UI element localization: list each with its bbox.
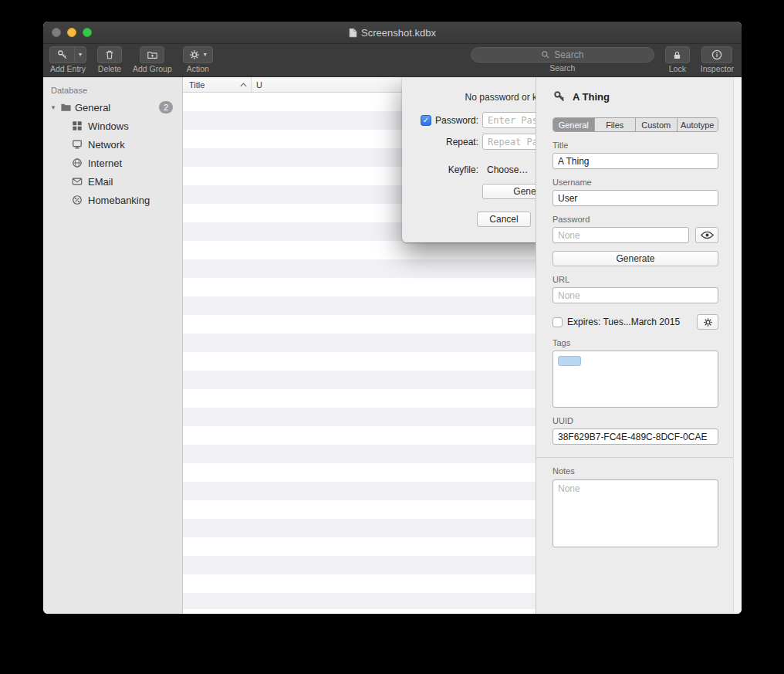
sheet-actions: Cancel Change Password — [402, 212, 536, 227]
uuid-field[interactable] — [553, 428, 718, 445]
action-button[interactable]: ▾ — [183, 46, 213, 63]
keyfile-popup-value: Choose… — [487, 164, 528, 175]
username-field[interactable] — [553, 190, 718, 206]
repeat-label: Repeat: — [446, 137, 478, 147]
sheet-message: No password or keyfile supplied! — [402, 77, 536, 103]
sidebar-item-label: EMail — [88, 176, 113, 188]
add-entry-button[interactable] — [49, 46, 74, 63]
keyfile-row: Keyfile: Choose… — [402, 161, 536, 178]
sidebar-item-label: Internet — [88, 157, 122, 169]
gear-icon — [189, 49, 200, 60]
password-label: Password — [553, 215, 718, 224]
keyfile-popup[interactable]: Choose… — [482, 161, 536, 178]
expires-label: Expires: Tues...March 2015 — [567, 317, 680, 327]
key-icon — [553, 90, 566, 103]
url-field[interactable] — [553, 287, 718, 303]
sidebar: Database ▾ General 2 Windows Network — [43, 77, 183, 614]
chevron-down-icon: ▾ — [79, 52, 82, 58]
windows-icon — [71, 120, 83, 132]
expires-row: Expires: Tues...March 2015 — [553, 314, 718, 330]
tag-chip[interactable] — [558, 356, 581, 366]
toolbar-add-group: Add Group — [133, 46, 172, 73]
change-password-sheet: No password or keyfile supplied! ✓ Passw… — [402, 77, 536, 242]
toolbar-delete: Delete — [97, 46, 122, 73]
sidebar-item-network[interactable]: Network — [43, 135, 182, 154]
password-label: Password: — [435, 115, 478, 126]
notes-label: Notes — [553, 466, 718, 476]
key-icon — [57, 49, 68, 60]
sort-ascending-icon — [240, 83, 247, 87]
eye-icon — [701, 231, 714, 239]
disclosure-triangle-icon[interactable]: ▾ — [49, 103, 57, 111]
password-field[interactable] — [553, 227, 689, 243]
uuid-label: UUID — [553, 416, 718, 425]
notes-field[interactable] — [553, 479, 718, 547]
add-group-button[interactable] — [140, 46, 164, 63]
toolbar: ▾ Add Entry Delete Add Group — [43, 44, 742, 77]
sidebar-item-internet[interactable]: Internet — [43, 154, 182, 172]
password-row: ✓ Password: — [402, 112, 536, 128]
folder-plus-icon — [147, 49, 158, 60]
chevron-down-icon: ▾ — [204, 52, 207, 58]
toolbar-search: Search Search — [471, 46, 654, 73]
tab-custom[interactable]: Custom — [635, 118, 677, 131]
globe-icon — [71, 157, 83, 169]
url-label: URL — [553, 275, 718, 284]
envelope-icon — [71, 176, 83, 188]
entry-header: A Thing — [553, 87, 718, 106]
app-window: Screenshot.kdbx ▾ Add Entry — [43, 22, 742, 614]
search-input[interactable]: Search — [471, 47, 654, 63]
column-header-title[interactable]: Title — [183, 77, 252, 92]
reveal-password-button[interactable] — [695, 227, 718, 243]
toolbar-action: ▾ Action — [183, 46, 213, 73]
sidebar-item-general[interactable]: ▾ General 2 — [43, 98, 182, 117]
expires-checkbox[interactable] — [553, 317, 563, 327]
add-entry-dropdown-button[interactable]: ▾ — [74, 46, 86, 63]
sidebar-item-label: Homebanking — [88, 195, 150, 206]
tab-general[interactable]: General — [553, 118, 594, 131]
tab-files[interactable]: Files — [594, 118, 636, 131]
toolbar-lock: Lock — [665, 46, 690, 73]
expires-options-button[interactable] — [697, 314, 718, 330]
titlebar: Screenshot.kdbx — [43, 22, 742, 44]
toolbar-add-entry: ▾ Add Entry — [49, 46, 86, 73]
sidebar-item-email[interactable]: EMail — [43, 172, 182, 191]
lock-icon — [672, 50, 682, 60]
section-divider — [536, 457, 742, 458]
search-icon — [541, 50, 550, 59]
search-placeholder: Search — [554, 49, 583, 60]
document-proxy-icon — [349, 28, 357, 38]
entry-title: A Thing — [573, 91, 610, 103]
sidebar-item-label: Windows — [88, 120, 129, 132]
generate-keyfile-button[interactable]: Generate Keyfile — [482, 184, 536, 199]
cancel-button[interactable]: Cancel — [477, 212, 531, 227]
password-input[interactable] — [482, 112, 536, 128]
sidebar-item-windows[interactable]: Windows — [43, 117, 182, 135]
title-field[interactable] — [553, 153, 718, 169]
inspector-panel: A Thing General Files Custom Autotype Ti… — [536, 77, 742, 614]
password-checkbox[interactable]: ✓ — [421, 115, 431, 126]
entry-count-badge: 2 — [159, 101, 173, 113]
delete-button[interactable] — [97, 46, 122, 63]
repeat-password-input[interactable] — [482, 134, 536, 150]
coin-icon — [71, 195, 83, 206]
sidebar-item-homebanking[interactable]: Homebanking — [43, 191, 182, 209]
keyfile-label: Keyfile: — [448, 164, 478, 175]
inspector-button[interactable] — [701, 46, 732, 63]
tab-autotype[interactable]: Autotype — [677, 118, 718, 131]
username-label: Username — [553, 178, 718, 187]
tags-field[interactable] — [553, 351, 718, 408]
inspector-tabs: General Files Custom Autotype — [553, 117, 718, 132]
tags-label: Tags — [553, 338, 718, 347]
lock-button[interactable] — [665, 46, 690, 63]
title-label: Title — [553, 141, 718, 150]
entry-list: Title U No password or keyfile supplied!… — [183, 77, 536, 614]
toolbar-inspector: Inspector — [701, 46, 734, 73]
info-icon — [711, 49, 722, 60]
inspector-scrollbar[interactable] — [733, 77, 742, 614]
sidebar-item-label: General — [75, 102, 110, 113]
generate-password-button[interactable]: Generate — [553, 251, 718, 266]
sidebar-item-label: Network — [88, 139, 125, 151]
repeat-row: Repeat: — [402, 134, 536, 150]
display-icon — [71, 139, 83, 151]
